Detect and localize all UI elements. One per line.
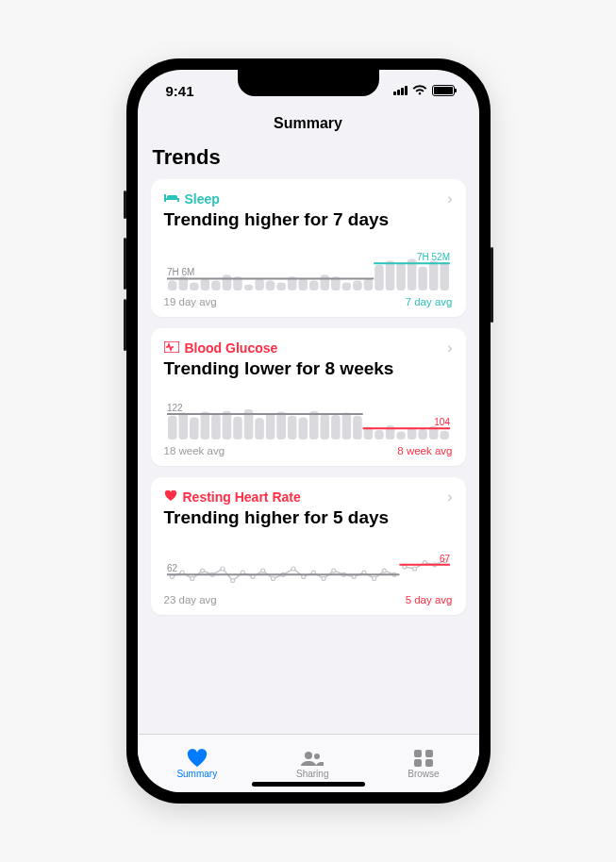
svg-rect-17 bbox=[309, 281, 319, 291]
svg-rect-45 bbox=[276, 412, 286, 439]
svg-point-71 bbox=[230, 579, 234, 583]
svg-point-68 bbox=[200, 569, 204, 572]
card-label: Resting Heart Rate bbox=[183, 489, 301, 505]
svg-rect-57 bbox=[407, 427, 416, 439]
notch bbox=[238, 70, 379, 96]
svg-point-75 bbox=[271, 577, 275, 581]
right-legend: 7 day avg bbox=[406, 296, 453, 307]
trend-card-heart[interactable]: Resting Heart Rate › Trending higher for… bbox=[151, 477, 466, 615]
svg-point-74 bbox=[260, 569, 264, 572]
svg-rect-9 bbox=[222, 274, 231, 290]
card-label: Blood Glucose bbox=[185, 340, 278, 356]
svg-rect-23 bbox=[375, 265, 384, 290]
tab-browse[interactable]: Browse bbox=[408, 749, 439, 779]
svg-rect-18 bbox=[320, 274, 329, 290]
status-icons bbox=[393, 85, 455, 96]
screen: 9:41 Summary Trends Sleep bbox=[138, 70, 479, 792]
trend-card-glucose[interactable]: Blood Glucose › Trending lower for 8 wee… bbox=[151, 328, 466, 466]
svg-rect-55 bbox=[385, 425, 394, 439]
svg-rect-100 bbox=[425, 750, 433, 757]
svg-rect-24 bbox=[385, 261, 394, 291]
svg-point-67 bbox=[190, 577, 193, 581]
svg-rect-11 bbox=[243, 285, 253, 290]
tab-label: Summary bbox=[176, 769, 217, 779]
svg-rect-25 bbox=[396, 263, 406, 290]
svg-rect-28 bbox=[428, 261, 438, 291]
svg-rect-99 bbox=[414, 750, 422, 757]
card-headline: Trending higher for 7 days bbox=[164, 209, 453, 230]
svg-rect-46 bbox=[287, 416, 296, 439]
svg-rect-101 bbox=[414, 759, 422, 767]
people-icon bbox=[299, 749, 325, 768]
svg-rect-47 bbox=[298, 417, 308, 439]
card-headline: Trending lower for 8 weeks bbox=[164, 358, 453, 379]
right-legend: 5 day avg bbox=[406, 594, 453, 605]
svg-text:7H 52M: 7H 52M bbox=[416, 252, 449, 262]
svg-rect-54 bbox=[375, 430, 384, 439]
heart-icon bbox=[186, 749, 208, 768]
svg-text:104: 104 bbox=[434, 417, 450, 427]
svg-point-98 bbox=[314, 754, 320, 759]
svg-point-70 bbox=[220, 567, 224, 571]
svg-rect-13 bbox=[265, 281, 275, 291]
glucose-chart: 122104 bbox=[164, 389, 453, 443]
left-legend: 23 day avg bbox=[164, 594, 217, 605]
svg-point-97 bbox=[305, 752, 312, 759]
trend-card-sleep[interactable]: Sleep › Trending higher for 7 days 7H 6M… bbox=[151, 179, 466, 317]
svg-rect-44 bbox=[265, 413, 275, 439]
scroll-content[interactable]: Trends Sleep › Trending higher for 7 day… bbox=[138, 141, 479, 734]
left-legend: 19 day avg bbox=[164, 296, 217, 307]
battery-icon bbox=[432, 85, 455, 96]
right-legend: 8 week avg bbox=[397, 445, 452, 456]
tab-label: Browse bbox=[408, 769, 439, 779]
svg-rect-50 bbox=[331, 415, 341, 439]
wifi-icon bbox=[412, 85, 427, 96]
tab-sharing[interactable]: Sharing bbox=[296, 749, 328, 779]
svg-point-86 bbox=[382, 569, 386, 572]
svg-rect-58 bbox=[418, 429, 427, 439]
svg-text:122: 122 bbox=[167, 403, 183, 413]
phone-frame: 9:41 Summary Trends Sleep bbox=[126, 58, 491, 804]
svg-rect-37 bbox=[190, 417, 199, 439]
svg-point-77 bbox=[291, 567, 294, 571]
svg-text:7H 6M: 7H 6M bbox=[167, 267, 194, 277]
svg-rect-8 bbox=[211, 281, 221, 291]
chevron-right-icon: › bbox=[447, 191, 452, 207]
card-headline: Trending higher for 5 days bbox=[164, 507, 453, 528]
home-indicator[interactable] bbox=[252, 782, 365, 787]
svg-point-85 bbox=[372, 577, 375, 581]
bed-icon bbox=[164, 191, 179, 207]
svg-rect-35 bbox=[168, 416, 177, 439]
svg-rect-56 bbox=[396, 432, 406, 439]
svg-text:62: 62 bbox=[167, 563, 178, 573]
card-label: Sleep bbox=[185, 191, 220, 207]
svg-rect-14 bbox=[276, 283, 286, 290]
left-legend: 18 week avg bbox=[164, 445, 225, 456]
svg-rect-29 bbox=[440, 263, 449, 290]
svg-rect-41 bbox=[233, 417, 242, 439]
svg-rect-1 bbox=[164, 194, 166, 202]
svg-rect-27 bbox=[418, 267, 427, 290]
heart-icon bbox=[164, 489, 177, 505]
svg-rect-20 bbox=[341, 283, 351, 290]
svg-rect-7 bbox=[200, 278, 209, 290]
svg-rect-3 bbox=[167, 195, 177, 199]
tab-summary[interactable]: Summary bbox=[176, 749, 217, 779]
svg-rect-49 bbox=[320, 414, 329, 439]
chevron-right-icon: › bbox=[447, 340, 452, 356]
tab-label: Sharing bbox=[296, 769, 328, 779]
svg-point-81 bbox=[331, 569, 335, 572]
svg-rect-6 bbox=[190, 283, 199, 290]
svg-point-89 bbox=[412, 567, 416, 571]
svg-rect-40 bbox=[222, 411, 231, 439]
section-title: Trends bbox=[151, 141, 466, 179]
svg-rect-16 bbox=[298, 278, 308, 290]
cellular-icon bbox=[393, 86, 408, 95]
svg-rect-43 bbox=[255, 418, 264, 439]
svg-rect-48 bbox=[309, 411, 319, 439]
status-time: 9:41 bbox=[166, 83, 194, 99]
svg-rect-38 bbox=[200, 412, 209, 439]
svg-rect-36 bbox=[178, 412, 188, 439]
heart-chart: 6267 bbox=[164, 538, 453, 592]
svg-rect-39 bbox=[211, 414, 221, 439]
